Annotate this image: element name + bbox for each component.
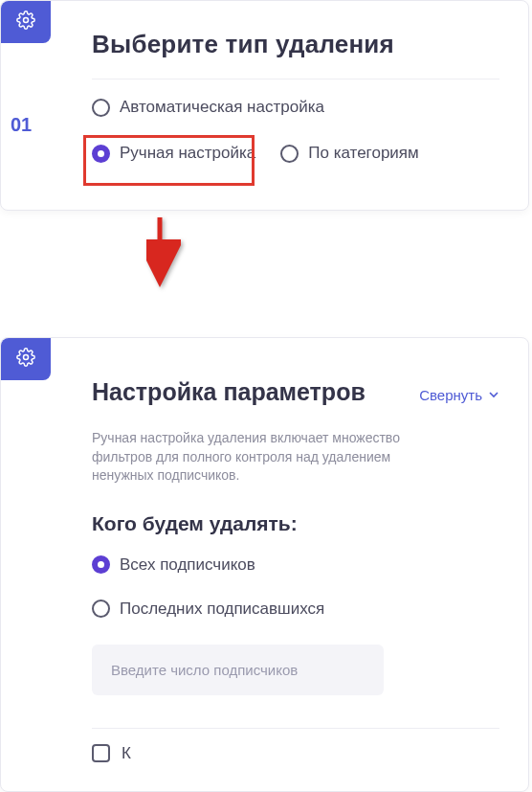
- gear-badge: [1, 338, 51, 380]
- radio-label: По категориям: [308, 144, 418, 163]
- deletion-type-title: Выберите тип удаления: [92, 30, 499, 59]
- collapse-label: Свернуть: [419, 387, 482, 403]
- annotation-arrow-icon: [146, 215, 181, 292]
- divider: [92, 79, 499, 79]
- radio-by-category[interactable]: По категориям: [280, 141, 418, 166]
- step-number: 01: [11, 114, 32, 136]
- radio-last-subscribed[interactable]: Последних подписавшихся: [92, 597, 499, 622]
- radio-icon: [92, 145, 110, 163]
- radio-label: Последних подписавшихся: [120, 600, 324, 619]
- radio-automatic[interactable]: Автоматическая настройка: [92, 95, 436, 120]
- parameters-card: Настройка параметров Свернуть Ручная нас…: [0, 337, 529, 792]
- radio-icon: [92, 555, 110, 574]
- radio-manual[interactable]: Ручная настройка: [92, 141, 255, 166]
- radio-icon: [92, 600, 110, 618]
- parameters-title: Настройка параметров: [92, 378, 366, 406]
- radio-icon: [92, 99, 110, 117]
- collapse-toggle[interactable]: Свернуть: [419, 387, 499, 403]
- parameters-description: Ручная настройка удаления включает множе…: [92, 429, 455, 486]
- radio-label: Всех подписчиков: [120, 555, 255, 575]
- checkbox-icon: [92, 744, 110, 762]
- radio-label: Ручная настройка: [120, 144, 255, 163]
- svg-point-1: [24, 355, 29, 360]
- chevron-down-icon: [488, 387, 499, 403]
- who-to-delete-title: Кого будем удалять:: [92, 512, 499, 535]
- checkbox-label: К: [122, 744, 131, 763]
- gear-icon: [16, 348, 35, 371]
- gear-icon: [16, 11, 35, 34]
- radio-label: Автоматическая настройка: [120, 98, 324, 117]
- svg-point-0: [24, 18, 29, 23]
- gear-badge: [1, 1, 51, 43]
- checkbox-option[interactable]: К: [92, 744, 499, 763]
- deletion-type-card: 01 Выберите тип удаления Автоматическая …: [0, 0, 529, 211]
- radio-all-subscribers[interactable]: Всех подписчиков: [92, 553, 499, 577]
- subscriber-count-input[interactable]: Введите число подписчиков: [92, 645, 384, 695]
- radio-icon: [280, 145, 299, 163]
- divider: [92, 728, 499, 729]
